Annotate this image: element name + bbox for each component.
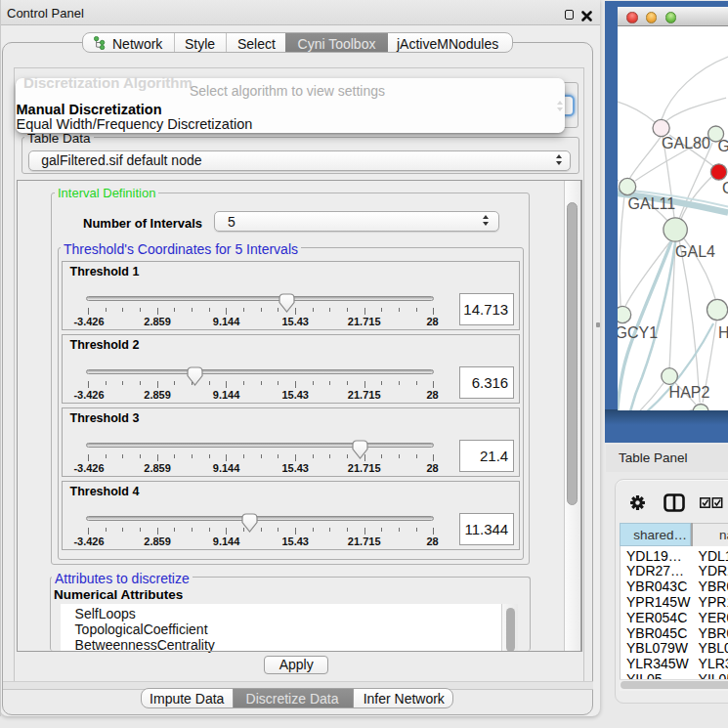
svg-text:GCY1: GCY1 [618,324,658,341]
svg-text:GA: GA [717,138,727,154]
svg-text:C: C [722,181,728,197]
svg-text:GAL80: GAL80 [662,136,710,152]
svg-text:H: H [718,324,728,341]
svg-text:GAL4: GAL4 [675,243,715,260]
svg-text:GAL11: GAL11 [627,195,675,212]
svg-text:HAP2: HAP2 [668,384,709,401]
